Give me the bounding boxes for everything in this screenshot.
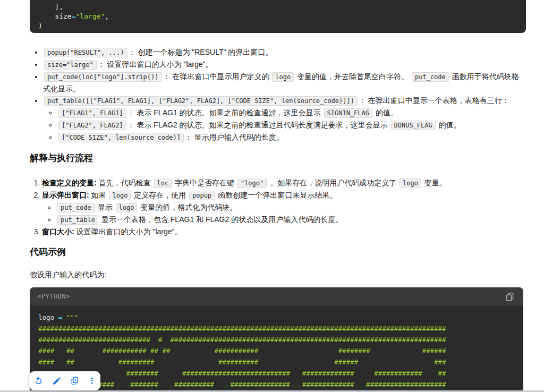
inline-code: loc bbox=[154, 178, 172, 188]
inline-code: "logo" bbox=[237, 178, 267, 188]
list-item: 显示弹出窗口: 如果 logo 定义存在，使用 popup 函数创建一个弹出窗口… bbox=[42, 189, 526, 226]
copy-code-icon[interactable] bbox=[504, 291, 516, 303]
sub-list: put_code 显示 logo 变量的值，格式化为代码块。put_table … bbox=[42, 201, 526, 226]
code-block-top: ], size="large", ) bbox=[30, 0, 526, 33]
sub-list-item: ["CODE SIZE", len(source_code)]： 显示用户输入代… bbox=[57, 131, 526, 143]
inline-code: logo bbox=[116, 203, 138, 212]
copy-icon bbox=[70, 376, 79, 386]
list-item: size="large"： 设置弹出窗口的大小为 "large"。 bbox=[43, 58, 526, 71]
code-block-python: <PYTHON> logo = """ ####################… bbox=[30, 287, 523, 392]
inline-code: logo bbox=[400, 178, 421, 188]
inline-code: popup bbox=[189, 191, 215, 200]
intro-paragraph: 假设用户输入的代码为: bbox=[30, 269, 526, 280]
inline-code: size="large" bbox=[44, 60, 97, 70]
inline-code: put_code(loc["logo"].strip()) bbox=[44, 72, 162, 82]
section-heading-code-example: 代码示例 bbox=[30, 244, 526, 260]
code-block-top-text: ], size="large", ) bbox=[38, 2, 517, 31]
code-language-label: <PYTHON> bbox=[37, 293, 70, 300]
inline-code: ["FLAG1", FLAG1] bbox=[58, 108, 126, 118]
sub-list-item: ["FLAG2", FLAG2]： 表示 FLAG2 的状态。如果之前的检查通过… bbox=[57, 119, 526, 131]
bold-label: 显示弹出窗口: bbox=[42, 191, 89, 199]
inline-code: put_table bbox=[57, 215, 98, 225]
more-options-icon bbox=[88, 377, 96, 385]
inline-code: put_code bbox=[412, 72, 449, 82]
bold-label: 窗口大小: bbox=[42, 227, 74, 236]
steps-list: 检查定义的变量: 首先，代码检查 loc 字典中是否存在键 "logo" 。如果… bbox=[30, 177, 526, 237]
inline-code: SIGNIN_FLAG bbox=[324, 108, 372, 118]
sub-list: ["FLAG1", FLAG1]： 表示 FLAG1 的状态。如果之前的检查通过… bbox=[43, 107, 526, 143]
code-block-header: <PYTHON> bbox=[30, 287, 523, 305]
bold-label: 检查定义的变量: bbox=[42, 178, 97, 187]
inline-code: logo bbox=[272, 72, 294, 82]
sub-list-item: put_table 显示一个表格，包含 FLAG1 和 FLAG2 的状态以及用… bbox=[56, 214, 526, 226]
inline-code: popup("RESULT", ...) bbox=[44, 48, 128, 57]
copy-icon bbox=[505, 292, 515, 302]
code-block-python-text: logo = """ #############################… bbox=[30, 305, 523, 392]
list-item: 窗口大小: 设置弹出窗口的大小为 "large"。 bbox=[42, 226, 526, 237]
list-item: popup("RESULT", ...)： 创建一个标题为 "RESULT" 的… bbox=[43, 46, 526, 58]
inline-code: put_table([["FLAG1", FLAG1], ["FLAG2", F… bbox=[44, 96, 358, 106]
inline-code: BONUS_FLAG bbox=[391, 121, 436, 130]
edit-button[interactable] bbox=[51, 375, 63, 387]
document-content: ], size="large", ) popup("RESULT", ...)：… bbox=[30, 0, 526, 392]
copy-message-button[interactable] bbox=[69, 375, 80, 387]
edit-icon bbox=[52, 376, 62, 386]
message-toolbar bbox=[29, 371, 100, 390]
list-item: put_table([["FLAG1", FLAG1], ["FLAG2", F… bbox=[43, 95, 526, 143]
list-item: put_code(loc["logo"].strip())： 在弹出窗口中显示用… bbox=[43, 71, 526, 95]
regenerate-button[interactable] bbox=[32, 375, 45, 387]
sub-list-item: ["FLAG1", FLAG1]： 表示 FLAG1 的状态。如果之前的检查通过… bbox=[57, 107, 526, 119]
sub-list-item: put_code 显示 logo 变量的值，格式化为代码块。 bbox=[56, 201, 526, 214]
section-heading-explanation: 解释与执行流程 bbox=[30, 150, 526, 166]
inline-code: ["CODE SIZE", len(source_code)] bbox=[58, 133, 184, 142]
more-options-button[interactable] bbox=[87, 376, 97, 386]
inline-code: put_code bbox=[57, 203, 95, 212]
inline-code: ["FLAG2", FLAG2] bbox=[58, 121, 126, 130]
regenerate-icon bbox=[33, 376, 44, 386]
inline-code: logo bbox=[109, 191, 131, 200]
list-item: 检查定义的变量: 首先，代码检查 loc 字典中是否存在键 "logo" 。如果… bbox=[42, 177, 526, 189]
bullet-list: popup("RESULT", ...)： 创建一个标题为 "RESULT" 的… bbox=[30, 46, 526, 143]
